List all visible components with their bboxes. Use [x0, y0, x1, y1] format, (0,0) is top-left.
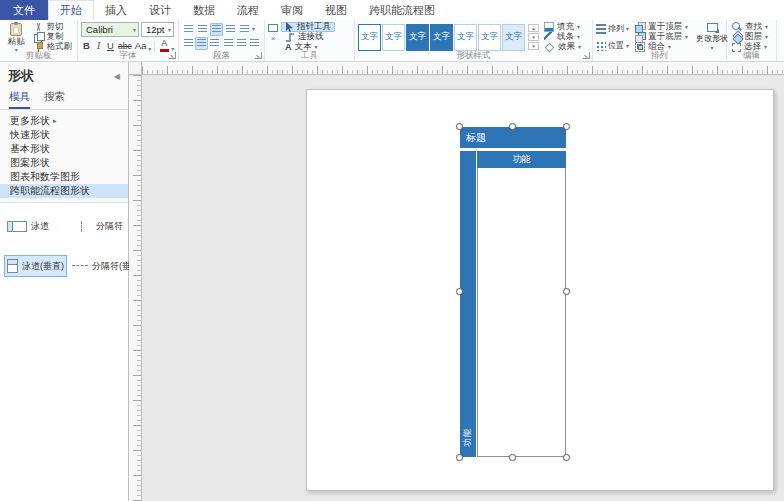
valign-bottom-button[interactable]	[209, 37, 221, 50]
drawing-canvas[interactable]: 标题 功能 功能	[142, 75, 784, 501]
selection-handle[interactable]	[456, 288, 463, 295]
selection-handle[interactable]	[509, 123, 516, 130]
tab-search[interactable]: 搜索	[44, 88, 65, 109]
shape-style-swatch[interactable]: 文字	[358, 24, 381, 51]
gallery-scroll-up-button[interactable]: ▴	[528, 24, 539, 32]
align-icon	[596, 24, 606, 34]
copy-icon	[34, 32, 44, 42]
shapes-panel: 形状 ◀ 模具 搜索 更多形状▸ 快速形状 基本形状 图案形状 图表和数学图形 …	[0, 62, 129, 501]
vertical-swimlane-shape[interactable]: 标题 功能 功能	[460, 127, 566, 457]
group-label-font: 字体	[78, 50, 178, 61]
change-shape-button[interactable]: 更改形状 ▾	[694, 22, 730, 52]
tab-home[interactable]: 开始	[48, 0, 94, 20]
dropdown-arrow-icon: ▾	[685, 24, 688, 30]
stencil-item-basic-shapes[interactable]: 基本形状	[0, 142, 128, 156]
font-family-select[interactable]: Calibri▾	[81, 22, 139, 37]
shape-styles-dialog-launcher[interactable]	[583, 52, 590, 59]
selection-handle[interactable]	[456, 123, 463, 130]
increase-indent-button[interactable]	[235, 37, 247, 50]
group-label-arrange: 排列	[593, 50, 726, 61]
align-button[interactable]: 排列▾	[596, 22, 629, 35]
stencil-item-quick-shapes[interactable]: 快速形状	[0, 128, 128, 142]
valign-top-icon	[184, 39, 193, 47]
tab-view[interactable]: 视图	[314, 0, 358, 20]
tab-stencils[interactable]: 模具	[9, 88, 30, 109]
swimlane-vertical-icon	[7, 259, 18, 273]
shape-swimlane-vertical[interactable]: 泳道(垂直)	[4, 255, 67, 277]
selection-handle[interactable]	[563, 288, 570, 295]
paragraph-dialog-launcher[interactable]	[255, 52, 262, 59]
collapse-panel-icon[interactable]: ◀	[114, 72, 120, 81]
group-label-paragraph: 段落	[179, 50, 264, 61]
shape-style-swatch[interactable]: 文字	[478, 24, 501, 51]
align-left-button[interactable]	[196, 23, 209, 36]
tab-cross-functional-flowchart[interactable]: 跨职能流程图	[358, 0, 446, 20]
connector-icon	[285, 32, 295, 42]
shape-style-swatch[interactable]: 文字	[454, 24, 477, 51]
tab-file[interactable]: 文件	[0, 0, 48, 20]
shape-swimlane[interactable]: 泳道	[4, 215, 67, 237]
dropdown-arrow-icon: ▾	[168, 27, 171, 33]
selection-handle[interactable]	[509, 454, 516, 461]
valign-middle-icon	[197, 39, 206, 47]
decrease-indent-button[interactable]	[222, 37, 234, 50]
valign-middle-button[interactable]	[195, 37, 207, 50]
line-icon	[544, 32, 554, 42]
visio-window: 文件 开始 插入 设计 数据 流程 审阅 视图 跨职能流程图 粘贴 ▾ 剪切 复…	[0, 0, 784, 501]
line-spacing-button[interactable]	[249, 37, 261, 50]
fill-icon	[544, 22, 554, 32]
swimlane-icon	[7, 221, 27, 232]
selection-handle[interactable]	[563, 123, 570, 130]
bring-to-front-icon	[635, 22, 645, 32]
stencil-item-chart-math-shapes[interactable]: 图表和数学图形	[0, 170, 128, 184]
dropdown-arrow-icon: ▾	[133, 27, 136, 33]
tab-process[interactable]: 流程	[226, 0, 270, 20]
vertical-ruler[interactable]	[129, 75, 142, 501]
horizontal-ruler[interactable]	[142, 62, 784, 75]
dropdown-arrow-icon: ▾	[252, 26, 255, 32]
tab-review[interactable]: 审阅	[270, 0, 314, 20]
shape-style-swatch[interactable]: 文字	[502, 24, 525, 51]
paste-button[interactable]: 粘贴 ▾	[3, 22, 30, 53]
swimlane-title-bar[interactable]: 标题	[460, 127, 566, 148]
align-left-icon	[198, 25, 207, 33]
separator-icon	[72, 221, 92, 232]
align-right-button[interactable]	[224, 23, 237, 36]
lane-header[interactable]: 功能	[477, 151, 566, 168]
dropdown-arrow-icon: ▾	[685, 34, 688, 40]
tab-design[interactable]: 设计	[138, 0, 182, 20]
gallery-scroll-down-button[interactable]: ▾	[528, 33, 539, 41]
font-dialog-launcher[interactable]	[169, 52, 176, 59]
swimlane-lane[interactable]: 功能	[476, 151, 566, 457]
selection-handle[interactable]	[456, 454, 463, 461]
group-label-tools: 工具	[265, 50, 354, 61]
shape-style-swatch[interactable]: 文字	[430, 24, 453, 51]
pointer-icon	[285, 22, 294, 32]
text-direction-button[interactable]	[238, 23, 251, 36]
lane-body[interactable]	[477, 168, 566, 457]
gallery-more-button[interactable]: ▾	[528, 42, 539, 50]
selection-handle[interactable]	[563, 454, 570, 461]
stencil-item-cross-functional-flowchart-shapes[interactable]: 跨职能流程图形状	[0, 184, 128, 198]
drawing-page[interactable]: 标题 功能 功能	[306, 89, 774, 491]
stencil-item-more-shapes[interactable]: 更多形状▸	[0, 114, 128, 128]
paste-icon	[10, 23, 22, 36]
group-label-editing: 编辑	[727, 50, 776, 61]
align-center-button[interactable]	[210, 23, 223, 36]
tab-insert[interactable]: 插入	[94, 0, 138, 20]
shape-style-swatch[interactable]: 文字	[406, 24, 429, 51]
dropdown-arrow-icon: ▾	[577, 34, 580, 40]
stencil-item-pattern-shapes[interactable]: 图案形状	[0, 156, 128, 170]
shapes-panel-title: 形状	[8, 67, 34, 85]
rectangle-tool-icon[interactable]	[268, 24, 278, 32]
ribbon: 粘贴 ▾ 剪切 复制 格式刷 剪贴板 Calibri▾ 12pt▾ B I U	[0, 20, 784, 62]
shape-style-swatch[interactable]: 文字	[382, 24, 405, 51]
valign-top-button[interactable]	[182, 37, 194, 50]
connection-point-tool-icon[interactable]: ×	[268, 35, 278, 43]
tab-data[interactable]: 数据	[182, 0, 226, 20]
swimlane-side-strip[interactable]: 功能	[460, 151, 476, 457]
bullets-button[interactable]	[182, 23, 195, 36]
position-icon	[596, 41, 606, 51]
shapes-panel-tabs: 模具 搜索	[0, 88, 128, 110]
font-size-select[interactable]: 12pt▾	[141, 22, 174, 37]
